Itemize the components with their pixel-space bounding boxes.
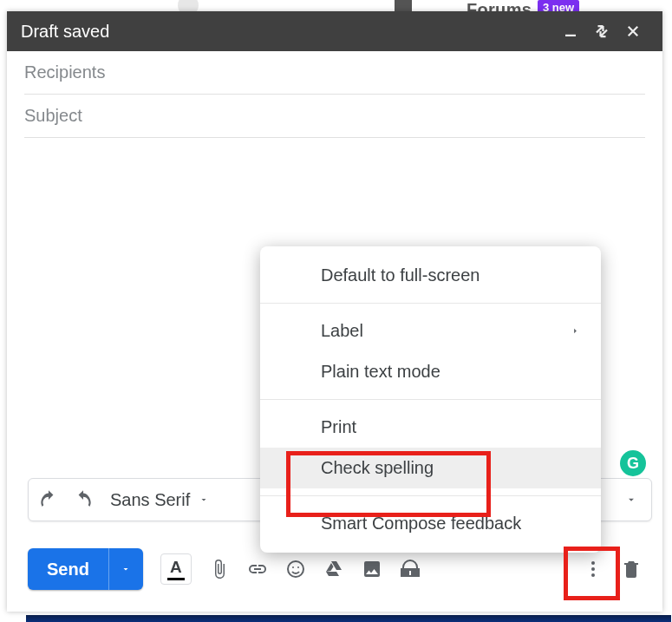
compose-actions: Send A — [28, 546, 642, 593]
subject-field[interactable]: Subject — [24, 95, 645, 138]
caret-down-icon — [199, 494, 209, 505]
compose-titlebar: Draft saved — [7, 11, 662, 51]
grammarly-badge-icon[interactable]: G — [620, 450, 646, 476]
menu-separator — [260, 399, 601, 400]
menu-label: Print — [321, 417, 356, 437]
menu-item-default-fullscreen[interactable]: Default to full-screen — [260, 255, 601, 296]
menu-item-plain-text[interactable]: Plain text mode — [260, 351, 601, 392]
menu-label: Check spelling — [321, 458, 434, 478]
svg-point-6 — [591, 573, 595, 577]
more-options-button[interactable] — [583, 559, 603, 579]
menu-label: Smart Compose feedback — [321, 514, 521, 534]
redo-button[interactable] — [72, 488, 95, 511]
menu-item-label[interactable]: Label — [260, 311, 601, 351]
menu-item-smart-compose-feedback[interactable]: Smart Compose feedback — [260, 503, 601, 544]
font-family-select[interactable]: Sans Serif — [107, 490, 209, 510]
insert-drive-button[interactable] — [323, 559, 344, 579]
text-color-underline-icon — [167, 578, 185, 580]
text-color-button[interactable]: A — [160, 553, 192, 585]
menu-separator — [260, 495, 601, 496]
recipients-placeholder: Recipients — [24, 62, 105, 82]
svg-point-2 — [292, 566, 294, 568]
recipients-field[interactable]: Recipients — [24, 51, 645, 95]
formatting-more-button[interactable] — [625, 494, 643, 506]
taskbar-strip — [26, 615, 671, 622]
send-button[interactable]: Send — [28, 548, 108, 590]
send-label: Send — [47, 560, 89, 579]
svg-point-1 — [288, 561, 303, 577]
minimize-button[interactable] — [555, 23, 586, 39]
insert-link-button[interactable] — [247, 559, 268, 579]
undo-button[interactable] — [37, 488, 60, 511]
chevron-right-icon — [571, 326, 580, 336]
insert-emoji-button[interactable] — [285, 559, 306, 579]
menu-separator — [260, 303, 601, 304]
fullscreen-button[interactable] — [586, 23, 617, 39]
menu-label: Default to full-screen — [321, 265, 480, 285]
svg-point-4 — [591, 561, 595, 565]
subject-placeholder: Subject — [24, 106, 82, 125]
more-options-menu: Default to full-screen Label Plain text … — [260, 246, 601, 553]
compose-fields: Recipients Subject — [7, 51, 662, 138]
text-color-a-icon: A — [170, 558, 182, 577]
svg-rect-0 — [565, 35, 576, 36]
compose-title: Draft saved — [21, 22, 555, 42]
menu-item-print[interactable]: Print — [260, 407, 601, 448]
send-split-button: Send — [28, 548, 143, 590]
attach-file-button[interactable] — [209, 559, 230, 579]
send-options-button[interactable] — [108, 548, 143, 590]
svg-point-5 — [591, 567, 595, 571]
discard-draft-button[interactable] — [621, 559, 642, 579]
svg-point-3 — [297, 566, 299, 568]
menu-label: Plain text mode — [321, 362, 440, 382]
menu-item-check-spelling[interactable]: Check spelling — [260, 448, 601, 488]
close-button[interactable] — [617, 23, 649, 39]
menu-label: Label — [321, 321, 363, 341]
insert-photo-button[interactable] — [362, 559, 382, 579]
font-family-label: Sans Serif — [110, 490, 190, 510]
confidential-mode-button[interactable] — [400, 559, 421, 579]
